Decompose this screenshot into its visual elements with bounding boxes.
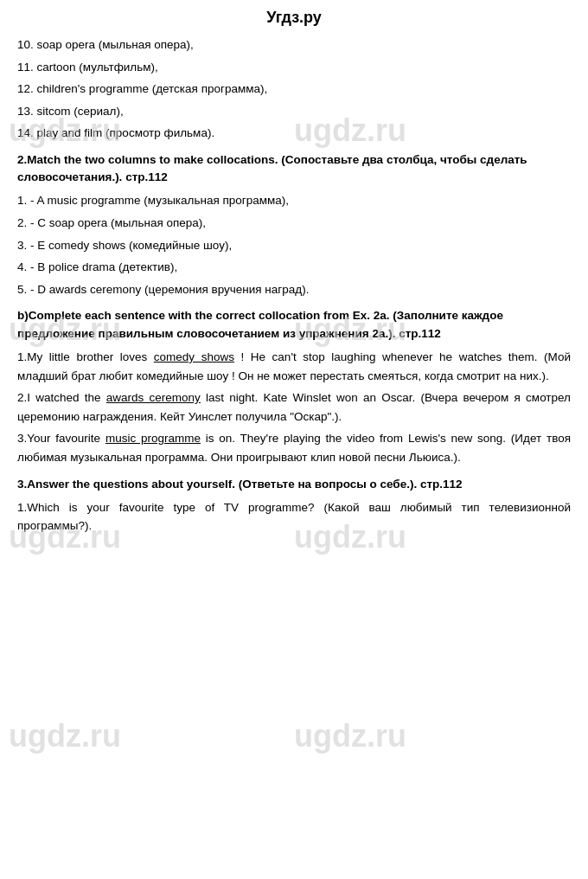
p3-before: 3.Your favourite — [17, 432, 105, 445]
section2b-heading: b)Complete each sentence with the correc… — [17, 307, 571, 343]
paragraph-3: 3.Your favourite music programme is on. … — [17, 429, 571, 466]
section2-heading: 2.Match the two columns to make collocat… — [17, 151, 571, 187]
watermark-7: ugdz.ru — [9, 718, 121, 754]
watermark-8: ugdz.ru — [294, 718, 406, 754]
list-item: 4. - B police drama (детектив), — [17, 258, 571, 277]
list-item: 13. sitcom (сериал), — [17, 102, 571, 121]
section2b-paragraphs: 1.My little brother loves comedy shows !… — [17, 348, 571, 467]
list-item: 12. children's programme (детская програ… — [17, 80, 571, 99]
page-container: ugdz.ru ugdz.ru ugdz.ru ugdz.ru ugdz.ru … — [0, 0, 588, 879]
list-items-block: 10. soap opera (мыльная опера), 11. cart… — [17, 35, 571, 143]
section3-heading: 3.Answer the questions about yourself. (… — [17, 476, 571, 493]
paragraph-2: 2.I watched the awards ceremony last nig… — [17, 388, 571, 426]
section3-paragraph: 1.Which is your favourite type of TV pro… — [17, 498, 571, 536]
list-item: 3. - E comedy shows (комедийные шоу), — [17, 236, 571, 255]
section3-text: 1.Which is your favourite type of TV pro… — [17, 498, 571, 536]
list-item: 5. - D awards ceremony (церемония вручен… — [17, 280, 571, 299]
site-title: Угдз.ру — [17, 9, 571, 27]
p2-underlined: awards ceremony — [106, 391, 201, 404]
list-item: 11. cartoon (мультфильм), — [17, 58, 571, 77]
list-item: 14. play and film (просмотр фильма). — [17, 124, 571, 143]
p1-before: 1.My little brother loves — [17, 350, 154, 363]
p3-underlined: music programme — [105, 432, 201, 445]
p2-before: 2.I watched the — [17, 391, 106, 404]
list-item: 1. - A music programme (музыкальная прог… — [17, 191, 571, 210]
list-item: 2. - C soap opera (мыльная опера), — [17, 214, 571, 233]
list-item: 10. soap opera (мыльная опера), — [17, 35, 571, 55]
paragraph-1: 1.My little brother loves comedy shows !… — [17, 348, 571, 385]
section2-items: 1. - A music programme (музыкальная прог… — [17, 191, 571, 298]
p1-underlined: comedy shows — [154, 350, 234, 363]
